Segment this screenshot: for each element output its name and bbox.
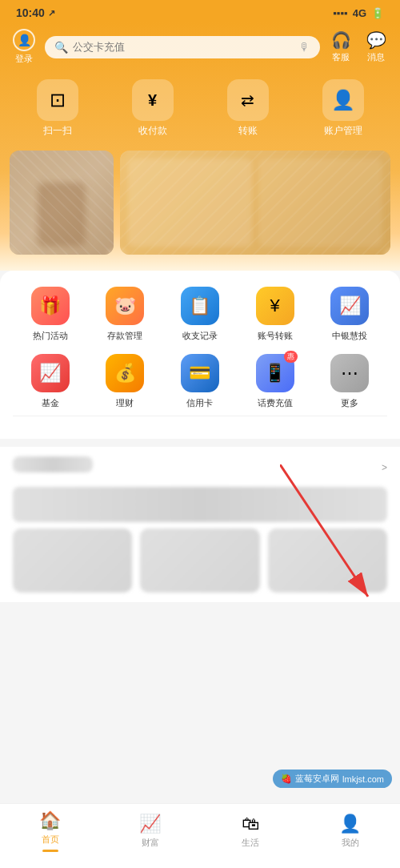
- bottom-nav: 🏠首页📈财富🛍生活👤我的: [0, 803, 400, 868]
- service-invest[interactable]: 📈中银慧投: [312, 287, 387, 341]
- hot-icon: 🎁: [31, 287, 70, 325]
- finance-label: 理财: [116, 397, 134, 408]
- blurred-card-2: [140, 528, 259, 593]
- income-label: 收支记录: [182, 330, 218, 341]
- status-time: 10:40 ↗: [16, 6, 55, 19]
- service-fund[interactable]: 📈基金: [13, 354, 88, 408]
- network-type: 4G: [353, 7, 366, 19]
- deposit-icon: 🐷: [106, 287, 144, 325]
- invest-icon: 📈: [330, 287, 369, 325]
- message-button[interactable]: 💬 消息: [362, 30, 390, 63]
- hot-label: 热门活动: [33, 330, 68, 341]
- signal-bars-icon: ▪▪▪▪: [333, 7, 347, 19]
- services-grid: 🎁热门活动🐷存款管理📋收支记录¥账号转账📈中银慧投📈基金💰理财💳信用卡📱惠话费充…: [13, 287, 387, 409]
- acctrans-icon: ¥: [256, 287, 294, 325]
- acctrans-label: 账号转账: [258, 330, 293, 341]
- invest-label: 中银慧投: [332, 330, 367, 341]
- service-more[interactable]: ⋯更多: [312, 354, 387, 408]
- content-header: >: [13, 456, 387, 479]
- topup-label: 话费充值: [258, 397, 293, 408]
- chevron-right-icon: >: [382, 462, 387, 473]
- watermark-text: 蓝莓安卓网: [295, 773, 339, 785]
- service-credit[interactable]: 💳信用卡: [162, 354, 238, 408]
- life-nav-icon: 🛍: [242, 814, 259, 834]
- user-icon: 👤: [13, 29, 35, 51]
- transfer-icon: ⇄: [227, 79, 269, 121]
- status-bar: 10:40 ↗ ▪▪▪▪ 4G 🔋: [0, 0, 400, 22]
- wealth-nav-label: 财富: [142, 837, 159, 849]
- credit-icon: 💳: [181, 354, 219, 392]
- content-title-blurred: [13, 456, 93, 472]
- service-finance[interactable]: 💰理财: [88, 354, 163, 408]
- headset-icon: 🎧: [331, 30, 351, 50]
- nav-wealth[interactable]: 📈财富: [100, 814, 200, 849]
- collect-label: 收付款: [138, 124, 167, 138]
- wealth-nav-icon: 📈: [139, 814, 161, 834]
- account-icon: 👤: [322, 79, 364, 121]
- service-deposit[interactable]: 🐷存款管理: [88, 287, 163, 341]
- customer-service-button[interactable]: 🎧 客服: [326, 30, 355, 63]
- battery-icon: 🔋: [371, 7, 384, 19]
- blurred-card-3: [268, 528, 387, 593]
- search-icon: 🔍: [54, 41, 68, 54]
- mic-icon[interactable]: 🎙: [299, 41, 310, 54]
- nav-life[interactable]: 🛍生活: [200, 814, 300, 849]
- service-hot[interactable]: 🎁热门活动: [13, 287, 88, 341]
- fund-icon: 📈: [31, 354, 70, 392]
- blurred-card-1: [13, 528, 132, 593]
- account-label: 账户管理: [324, 124, 362, 138]
- service-acctrans[interactable]: ¥账号转账: [238, 287, 313, 341]
- scan-icon: ⊡: [37, 79, 78, 121]
- scan-label: 扫一扫: [43, 124, 72, 138]
- message-icon: 💬: [366, 30, 386, 50]
- banner-right[interactable]: [120, 151, 390, 255]
- transfer-button[interactable]: ⇄ 转账: [227, 79, 269, 138]
- strawberry-icon: 🍓: [281, 774, 292, 784]
- content-more-button[interactable]: >: [382, 462, 387, 473]
- content-section: >: [0, 447, 400, 602]
- blurred-cards: [13, 528, 387, 593]
- banner-left[interactable]: [10, 151, 114, 255]
- mine-nav-label: 我的: [342, 837, 359, 849]
- topup-icon: 📱惠: [256, 354, 294, 392]
- mine-nav-icon: 👤: [339, 814, 361, 834]
- login-label: 登录: [15, 53, 33, 65]
- signal-arrow: ↗: [48, 8, 55, 18]
- time-display: 10:40: [16, 6, 45, 19]
- home-nav-label: 首页: [42, 834, 59, 846]
- search-input[interactable]: [73, 41, 294, 53]
- watermark-site: lmkjst.com: [342, 774, 384, 784]
- card-section: 🎁热门活动🐷存款管理📋收支记录¥账号转账📈中银慧投📈基金💰理财💳信用卡📱惠话费充…: [0, 271, 400, 439]
- banner-area: [10, 151, 390, 255]
- transfer-label: 转账: [238, 124, 258, 138]
- customer-service-label: 客服: [332, 51, 350, 63]
- finance-icon: 💰: [106, 354, 144, 392]
- watermark: 🍓 蓝莓安卓网 lmkjst.com: [273, 770, 392, 788]
- top-nav: 👤 登录 🔍 🎙 🎧 客服 💬 消息: [10, 22, 390, 71]
- banner-left-overlay: [10, 151, 114, 255]
- collect-payment-button[interactable]: ¥ 收付款: [132, 79, 174, 138]
- deposit-label: 存款管理: [107, 330, 142, 341]
- collect-icon: ¥: [132, 79, 174, 121]
- blurred-row-1: [13, 487, 387, 522]
- quick-actions: ⊡ 扫一扫 ¥ 收付款 ⇄ 转账 👤 账户管理: [10, 71, 390, 144]
- home-nav-icon: 🏠: [39, 810, 61, 831]
- more-icon: ⋯: [330, 354, 369, 392]
- service-topup[interactable]: 📱惠话费充值: [238, 354, 313, 408]
- divider: [13, 416, 387, 416]
- message-label: 消息: [367, 51, 385, 63]
- topup-badge: 惠: [284, 351, 298, 363]
- status-icons: ▪▪▪▪ 4G 🔋: [333, 7, 384, 19]
- nav-mine[interactable]: 👤我的: [300, 814, 400, 849]
- home-active-indicator: [42, 850, 58, 852]
- banner-right-overlay: [120, 151, 390, 255]
- credit-label: 信用卡: [186, 397, 213, 408]
- account-manage-button[interactable]: 👤 账户管理: [322, 79, 364, 138]
- login-button[interactable]: 👤 登录: [10, 29, 38, 65]
- header-bg: 👤 登录 🔍 🎙 🎧 客服 💬 消息 ⊡ 扫一扫 ¥ 收付款 ⇄ 转账: [0, 22, 400, 271]
- service-income[interactable]: 📋收支记录: [162, 287, 238, 341]
- scan-button[interactable]: ⊡ 扫一扫: [37, 79, 78, 138]
- search-bar[interactable]: 🔍 🎙: [45, 36, 320, 58]
- nav-home[interactable]: 🏠首页: [0, 810, 100, 852]
- life-nav-label: 生活: [242, 837, 259, 849]
